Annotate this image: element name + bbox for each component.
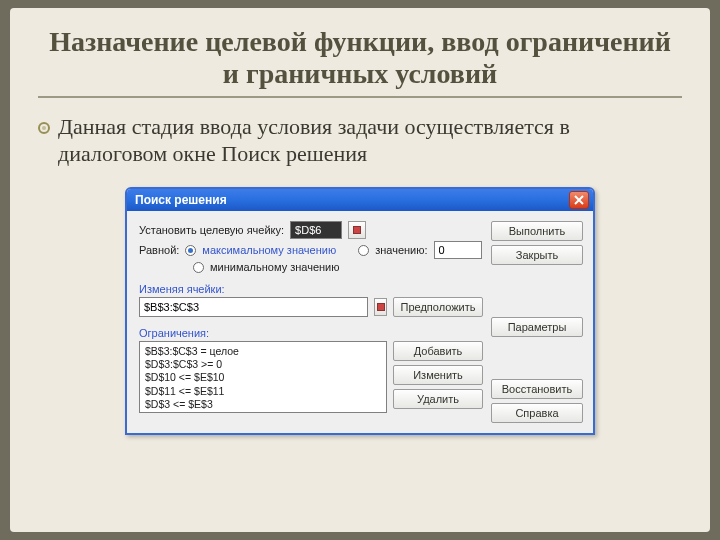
equal-row-1: Равной: максимальному значению значению: xyxy=(139,241,483,259)
guess-button[interactable]: Предположить xyxy=(393,297,483,317)
changing-cells-input[interactable] xyxy=(139,297,368,317)
equal-label: Равной: xyxy=(139,244,179,256)
bullet-row: Данная стадия ввода условия задачи осуще… xyxy=(38,114,682,167)
dialog-wrap: Поиск решения Установить целевую ячейку:… xyxy=(38,187,682,435)
dialog-title: Поиск решения xyxy=(135,193,227,207)
radio-max[interactable] xyxy=(185,245,196,256)
value-input[interactable] xyxy=(434,241,482,259)
help-button[interactable]: Справка xyxy=(491,403,583,423)
restore-button[interactable]: Восстановить xyxy=(491,379,583,399)
change-button[interactable]: Изменить xyxy=(393,365,483,385)
changing-ref-button[interactable] xyxy=(374,298,387,316)
constraints-row: $B$3:$C$3 = целое $D$3:$C$3 >= 0 $D$10 <… xyxy=(139,341,483,413)
changing-cells-row: Предположить xyxy=(139,297,483,317)
slide-title: Назначение целевой функции, ввод огранич… xyxy=(38,26,682,90)
target-ref-button[interactable] xyxy=(348,221,366,239)
slide-frame: Назначение целевой функции, ввод огранич… xyxy=(10,8,710,532)
constraints-label: Ограничения: xyxy=(139,327,483,339)
dialog-titlebar[interactable]: Поиск решения xyxy=(127,189,593,211)
radio-max-label: максимальному значению xyxy=(202,244,336,256)
close-dialog-button[interactable]: Закрыть xyxy=(491,245,583,265)
close-button[interactable] xyxy=(569,191,589,209)
ref-icon xyxy=(377,303,385,311)
constraints-listbox[interactable]: $B$3:$C$3 = целое $D$3:$C$3 >= 0 $D$10 <… xyxy=(139,341,387,413)
dialog-left-column: Установить целевую ячейку: Равной: макси… xyxy=(139,221,483,423)
radio-value[interactable] xyxy=(358,245,369,256)
dialog-right-column: Выполнить Закрыть Параметры Восстановить… xyxy=(491,221,583,423)
title-underline xyxy=(38,96,682,98)
ref-icon xyxy=(353,226,361,234)
radio-value-label: значению: xyxy=(375,244,427,256)
target-cell-input[interactable] xyxy=(290,221,342,239)
constraint-buttons: Добавить Изменить Удалить xyxy=(393,341,483,409)
bullet-icon xyxy=(38,122,50,134)
solver-dialog: Поиск решения Установить целевую ячейку:… xyxy=(125,187,595,435)
changing-cells-label: Изменяя ячейки: xyxy=(139,283,483,295)
target-cell-label: Установить целевую ячейку: xyxy=(139,224,284,236)
target-cell-row: Установить целевую ячейку: xyxy=(139,221,483,239)
run-button[interactable]: Выполнить xyxy=(491,221,583,241)
radio-min-label: минимальному значению xyxy=(210,261,340,273)
delete-button[interactable]: Удалить xyxy=(393,389,483,409)
dialog-body: Установить целевую ячейку: Равной: макси… xyxy=(127,211,593,433)
close-icon xyxy=(574,195,584,205)
radio-min[interactable] xyxy=(193,262,204,273)
equal-row-2: минимальному значению xyxy=(193,261,483,273)
add-button[interactable]: Добавить xyxy=(393,341,483,361)
bullet-text: Данная стадия ввода условия задачи осуще… xyxy=(58,114,682,167)
parameters-button[interactable]: Параметры xyxy=(491,317,583,337)
